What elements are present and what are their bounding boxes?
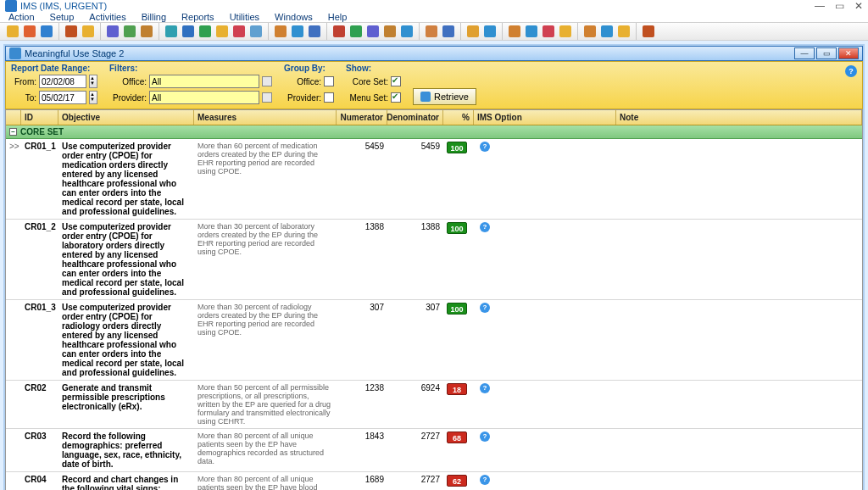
retrieve-button[interactable]: Retrieve <box>413 88 476 105</box>
minimize-button[interactable]: — <box>815 0 825 12</box>
table-row[interactable]: CR04Record and chart changes in the foll… <box>6 472 862 490</box>
toolbar-button[interactable] <box>198 24 213 39</box>
provider-picker-icon[interactable] <box>262 92 272 103</box>
group-header-label: CORE SET <box>20 127 64 136</box>
toolbar-button[interactable] <box>39 24 54 39</box>
menu-billing[interactable]: Billing <box>142 12 166 22</box>
toolbar-button[interactable] <box>582 24 598 39</box>
toolbar-icon <box>542 25 554 37</box>
show-menu-label: Menu Set: <box>346 93 388 103</box>
toolbar-button[interactable] <box>307 24 322 39</box>
to-date-spinner[interactable]: ▲▼ <box>89 91 97 104</box>
toolbar-button[interactable] <box>81 24 96 39</box>
info-icon[interactable]: ? <box>480 432 490 442</box>
group-by-header: Group By: <box>284 64 334 73</box>
toolbar-button[interactable] <box>64 24 79 39</box>
toolbar-icon <box>41 25 53 37</box>
info-icon[interactable]: ? <box>480 222 490 232</box>
inner-minimize-button[interactable]: — <box>794 47 815 59</box>
toolbar-icon <box>509 25 520 37</box>
maximize-button[interactable]: ▭ <box>835 0 844 12</box>
menu-help[interactable]: Help <box>328 12 348 22</box>
inner-maximize-button[interactable]: ▭ <box>816 47 837 59</box>
toolbar-button[interactable] <box>273 24 288 39</box>
toolbar-button[interactable] <box>599 24 615 39</box>
toolbar-button[interactable] <box>5 24 20 39</box>
to-date-input[interactable] <box>39 91 86 104</box>
to-label: To: <box>11 93 36 103</box>
info-icon[interactable]: ? <box>480 303 490 313</box>
toolbar-icon <box>275 25 287 37</box>
info-icon[interactable]: ? <box>480 475 490 485</box>
collapse-icon[interactable]: − <box>9 128 17 136</box>
menubar: ActionSetupActivitiesBillingReportsUtili… <box>0 12 868 22</box>
info-icon[interactable]: ? <box>480 142 490 152</box>
col-note: Note <box>616 110 862 125</box>
toolbar-button[interactable] <box>122 24 137 39</box>
col-ims-option: IMS Option <box>474 110 616 125</box>
show-core-label: Core Set: <box>346 77 388 86</box>
outer-titlebar: IMS (IMS, URGENT) — ▭ ✕ <box>0 0 868 12</box>
table-row[interactable]: >>CR01_1Use computerized provider order … <box>6 139 862 220</box>
table-row[interactable]: CR01_2Use computerized provider order en… <box>6 220 862 300</box>
info-icon[interactable]: ? <box>480 383 490 393</box>
group-header-row[interactable]: −CORE SET <box>6 125 862 139</box>
col-numerator: Numerator <box>337 110 387 125</box>
from-date-input[interactable] <box>39 75 86 88</box>
help-icon[interactable]: ? <box>845 65 857 77</box>
from-date-spinner[interactable]: ▲▼ <box>89 75 97 88</box>
toolbar-button[interactable] <box>558 24 573 39</box>
main-toolbar <box>0 22 868 41</box>
toolbar-button[interactable] <box>424 24 439 39</box>
toolbar-button[interactable] <box>348 24 364 39</box>
menu-setup[interactable]: Setup <box>50 12 75 22</box>
menu-reports[interactable]: Reports <box>181 12 214 22</box>
table-row[interactable]: CR03Record the following demographics: p… <box>6 429 862 472</box>
toolbar-button[interactable] <box>382 24 398 39</box>
inner-close-button[interactable]: ✕ <box>838 47 859 59</box>
menu-activities[interactable]: Activities <box>89 12 125 22</box>
menu-action[interactable]: Action <box>8 12 35 22</box>
table-row[interactable]: CR01_3Use computerized provider order en… <box>6 300 862 381</box>
toolbar-button[interactable] <box>641 24 656 39</box>
close-button[interactable]: ✕ <box>854 0 863 12</box>
toolbar-button[interactable] <box>541 24 556 39</box>
group-by-group: Group By: Office: Provider: <box>284 64 334 105</box>
menu-utilities[interactable]: Utilities <box>230 12 259 22</box>
toolbar-button[interactable] <box>231 24 247 39</box>
toolbar-button[interactable] <box>507 24 522 39</box>
toolbar-button[interactable] <box>139 24 154 39</box>
show-core-checkbox[interactable]: ✔ <box>391 76 401 86</box>
toolbar-icon <box>384 25 396 37</box>
group-office-label: Office: <box>284 77 321 86</box>
toolbar-button[interactable] <box>399 24 415 39</box>
toolbar-button[interactable] <box>524 24 539 39</box>
grid-body[interactable]: −CORE SET>>CR01_1Use computerized provid… <box>6 125 862 490</box>
toolbar-button[interactable] <box>365 24 381 39</box>
toolbar-button[interactable] <box>290 24 305 39</box>
toolbar-button[interactable] <box>181 24 196 39</box>
toolbar-button[interactable] <box>331 24 347 39</box>
toolbar-icon <box>82 25 94 37</box>
toolbar-button[interactable] <box>441 24 456 39</box>
inner-window-icon <box>9 47 21 59</box>
toolbar-button[interactable] <box>248 24 264 39</box>
group-provider-checkbox[interactable] <box>324 92 334 103</box>
group-office-checkbox[interactable] <box>324 76 334 86</box>
office-picker-icon[interactable] <box>262 76 272 86</box>
toolbar-button[interactable] <box>465 24 481 39</box>
grid: ID Objective Measures Numerator Denomina… <box>5 109 863 490</box>
menu-windows[interactable]: Windows <box>275 12 313 22</box>
toolbar-button[interactable] <box>616 24 632 39</box>
provider-filter-input[interactable] <box>149 91 259 104</box>
toolbar-button[interactable] <box>164 24 179 39</box>
office-filter-input[interactable] <box>149 75 259 88</box>
toolbar-icon <box>467 25 479 37</box>
grid-header: ID Objective Measures Numerator Denomina… <box>6 110 862 125</box>
table-row[interactable]: CR02Generate and transmit permissible pr… <box>6 381 862 429</box>
toolbar-button[interactable] <box>482 24 498 39</box>
toolbar-button[interactable] <box>214 24 230 39</box>
toolbar-button[interactable] <box>22 24 37 39</box>
toolbar-button[interactable] <box>105 24 120 39</box>
show-menu-checkbox[interactable]: ✔ <box>391 92 401 103</box>
